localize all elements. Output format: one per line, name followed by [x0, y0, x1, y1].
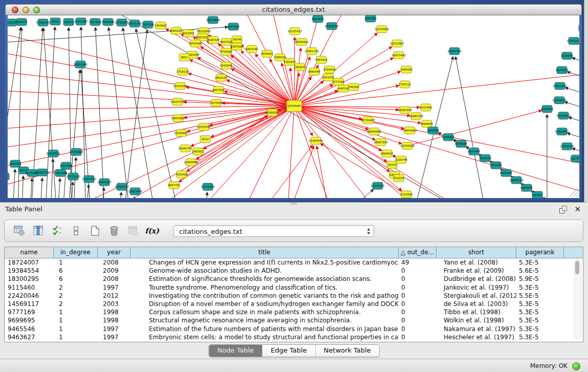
- table-cell: 19384554: [5, 267, 54, 275]
- table-cell: de Silva et al. (2003): [437, 300, 516, 308]
- trash-icon[interactable]: [108, 225, 120, 236]
- graph-node-label: 10543382: [188, 42, 202, 45]
- graph-node-label: 20206556: [46, 152, 60, 155]
- column-header-out-degree-sorted[interactable]: △ out_de...: [399, 247, 437, 258]
- table-cell: 0: [399, 300, 437, 308]
- graph-node-label: 3777169: [332, 80, 345, 83]
- column-header-year[interactable]: year: [98, 247, 130, 258]
- table-header-row: name in_degree year title △ out_de... sh…: [5, 247, 583, 258]
- graph-edge: [338, 189, 374, 198]
- table-selector-dropdown[interactable]: citations_edges.txt ▲▼: [173, 225, 374, 237]
- graph-node-label: 2718120: [177, 70, 189, 73]
- rows-icon[interactable]: [71, 225, 82, 236]
- graph-node-label: 7463822: [155, 24, 167, 27]
- graph-node-label: 15720407: [361, 119, 375, 122]
- table-row[interactable]: 1456911722003Disruption of a novel membe…: [5, 300, 583, 308]
- graph-edge: [256, 145, 312, 198]
- graph-edge: [8, 106, 294, 192]
- network-window-titlebar[interactable]: citations_edges.txt: [5, 4, 582, 15]
- table-row[interactable]: 1872400712008Changes of HCN gene express…: [5, 258, 583, 267]
- graph-node-label: 7625402: [176, 173, 188, 176]
- table-row[interactable]: 946362711997Embryonic stem cells: a mode…: [5, 333, 583, 341]
- split-pane-handle[interactable]: [290, 203, 297, 205]
- tab-network-table[interactable]: Network Table: [316, 345, 379, 357]
- float-panel-icon[interactable]: [559, 206, 567, 213]
- table-row[interactable]: 911546021997Tourette syndrome. Phenomeno…: [5, 283, 583, 292]
- graph-node-label: 8794028: [323, 68, 336, 71]
- import-table-icon[interactable]: [127, 225, 139, 236]
- graph-node-label: 15716485: [201, 185, 214, 188]
- table-cell: 5.6E-5: [516, 267, 564, 275]
- network-window-title: citations_edges.txt: [6, 6, 581, 13]
- table-row[interactable]: 2242004622012Investigating the contribut…: [5, 292, 583, 300]
- table-row[interactable]: 969969511998Structural magnetic resonanc…: [5, 316, 583, 324]
- graph-node-label: 18724007: [287, 104, 301, 107]
- graph-node-label: 8186328: [207, 38, 220, 41]
- table-cell: Corpus callosum shape and size in male p…: [130, 308, 399, 316]
- graph-edge: [190, 60, 294, 106]
- table-cell: 5.3E-5: [516, 333, 564, 341]
- close-panel-icon[interactable]: ✕: [574, 206, 581, 213]
- new-document-icon[interactable]: [90, 225, 101, 236]
- graph-node-label: 92450: [533, 193, 542, 196]
- table-cell: 5.9E-5: [516, 275, 564, 283]
- table-panel: Table Panel ✕: [0, 202, 588, 372]
- column-header-name[interactable]: name: [5, 247, 54, 258]
- table-cell: 0: [399, 316, 437, 324]
- table-settings-icon[interactable]: [14, 225, 25, 236]
- graph-node-label: 10546: [232, 38, 242, 41]
- table-cell: 1: [54, 325, 98, 333]
- table-scrollbar-thumb[interactable]: [575, 261, 579, 274]
- graph-node-label: 17957223: [82, 178, 96, 181]
- graph-node[interactable]: [579, 25, 579, 32]
- column-header-pagerank[interactable]: pagerank: [516, 247, 564, 258]
- column-header-in-degree[interactable]: in_degree: [54, 247, 98, 258]
- select-rows-icon[interactable]: [52, 225, 63, 236]
- tab-edge-table[interactable]: Edge Table: [263, 345, 315, 357]
- status-bar: Memory: OK: [0, 359, 588, 372]
- table-row[interactable]: 1938455462009Genome-wide association stu…: [5, 267, 583, 275]
- resize-grip-icon[interactable]: [576, 195, 578, 197]
- table-cell: Changes of HCN gene expression and I(f) …: [130, 258, 399, 267]
- graph-node-label: 19654982: [171, 117, 185, 120]
- table-row[interactable]: 1830029562008Estimation of significance …: [5, 275, 583, 283]
- table-cell: Tourette syndrome. Phenomenology and cla…: [130, 283, 399, 292]
- graph-node-label: 10719155: [115, 21, 128, 24]
- table-row[interactable]: 977716911998Corpus callosum shape and si…: [5, 308, 583, 316]
- column-visibility-icon[interactable]: [33, 225, 44, 236]
- table-toolbar: f(x) citations_edges.txt ▲▼: [4, 220, 583, 242]
- graph-edge: [565, 87, 579, 97]
- graph-node-label: 18300295: [265, 111, 279, 114]
- graph-node-label: 10756928: [400, 144, 415, 147]
- table-cell: Tibbo et al. (1998): [437, 308, 516, 316]
- graph-node-label: 14961758: [304, 50, 319, 53]
- graph-node[interactable]: [8, 173, 9, 180]
- graph-node-label: 917004: [211, 101, 222, 104]
- graph-node-label: 16154838: [375, 28, 389, 31]
- graph-node-label: 15892971: [555, 130, 569, 133]
- graph-node-label: 10653287: [74, 20, 88, 23]
- table-cell: 9115460: [5, 283, 54, 292]
- graph-edge: [86, 185, 89, 198]
- table-cell: Dudbridge et al. (2008): [437, 275, 516, 283]
- column-header-title[interactable]: title: [130, 247, 399, 258]
- graph-node-label: 1845061: [9, 162, 21, 165]
- memory-status-icon[interactable]: [572, 362, 580, 370]
- tab-node-table[interactable]: Node Table: [209, 345, 263, 357]
- graph-node-label: 1797511: [399, 83, 411, 86]
- table-type-tabs: Node TableEdge TableNetwork Table: [208, 344, 379, 357]
- graph-node-label: 2803144: [215, 76, 228, 79]
- table-cell: 5.3E-5: [516, 308, 564, 316]
- function-builder-icon[interactable]: f(x): [146, 225, 158, 236]
- table-row[interactable]: 946554611997Estimation of the future num…: [5, 325, 583, 333]
- graph-node-label: 6679197: [455, 142, 467, 145]
- column-header-short[interactable]: short: [437, 247, 516, 258]
- graph-node-label: 7515526: [142, 23, 155, 26]
- table-scrollbar[interactable]: [574, 259, 581, 339]
- graph-node-label: 16046756: [178, 147, 192, 150]
- graph-node-label: 17359926: [69, 150, 83, 154]
- table-cell: 1998: [98, 308, 130, 316]
- table-cell: Wolkin et al. (1998): [437, 316, 516, 324]
- network-canvas[interactable]: 1830029519384554187240078660123891295518…: [8, 15, 579, 198]
- network-window-frame: 1830029519384554187240078660123891295518…: [5, 15, 582, 201]
